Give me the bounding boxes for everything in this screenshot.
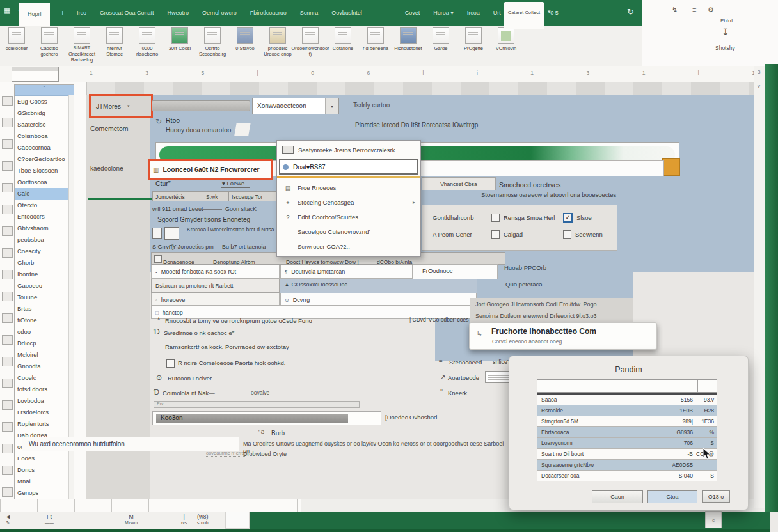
status-item[interactable]: M Mzwm	[125, 513, 138, 525]
gray-filled-input[interactable]: Koo3on	[152, 411, 381, 425]
option-value-link[interactable]: oovalve	[251, 389, 269, 396]
table-row-cell[interactable]: FrOodnooc	[413, 264, 498, 279]
ribbon-tab[interactable]: Fbirotlcoacruo	[249, 0, 288, 26]
checkbox-icon[interactable]: ✓	[491, 230, 500, 239]
sidebar-item[interactable]: fiOtone	[15, 315, 74, 326]
sidebar-item[interactable]: Lrsdoelorcs	[15, 407, 74, 418]
sidebar-item[interactable]: Ibordne	[15, 269, 74, 280]
name-combobox[interactable]: Xonwvaoeetcoon ▾	[252, 98, 339, 114]
table-row-cell[interactable]: •Mooetd fonbotca Ka soox rOt	[151, 265, 280, 279]
toolbar-button[interactable]: 0 Stavoo	[231, 27, 259, 63]
column-letter[interactable]: l	[698, 70, 699, 76]
sidebar-item[interactable]: Mcloirel	[15, 349, 74, 361]
sidebar-item[interactable]: Gnoodta	[15, 361, 74, 372]
sidebar-item[interactable]: Touune	[15, 292, 74, 303]
sidebar-item[interactable]: Mnai	[15, 476, 74, 487]
sidebar-item[interactable]: C?oerGecloartloo	[15, 153, 74, 165]
sidebar-item[interactable]: totsd doors	[15, 384, 74, 395]
selection-handle[interactable]	[662, 158, 680, 176]
floating-document-tab[interactable]: Cataret Coftect	[504, 2, 544, 29]
dialog-table-row[interactable]: Squraaoeme grtcNbw AE0DS5	[537, 460, 717, 471]
dialog-button[interactable]: O18 o	[702, 490, 730, 503]
checkbox-option[interactable]: ✓ Slsoe	[563, 213, 624, 223]
toolbar-button[interactable]: Coratlone	[329, 27, 357, 63]
mini-table-col1[interactable]: Jomoertécis	[152, 191, 203, 201]
toolbar-button[interactable]: hrenrvr Stomec	[100, 27, 129, 63]
sidebar-item[interactable]: Gbtvshaom	[15, 223, 74, 234]
menu-search-input[interactable]	[292, 163, 415, 171]
print-label[interactable]: Pbtrrl	[720, 18, 733, 24]
ribbon-tab[interactable]: Crosocat Ooa Conatt	[99, 0, 155, 26]
grid-icon[interactable]: ▦	[4, 6, 10, 15]
ribbon-tab[interactable]: Huroa ▾	[432, 0, 455, 26]
ribbon-tab[interactable]: I	[61, 0, 65, 26]
toolbar-button[interactable]: Caoctbo gochero	[35, 27, 63, 63]
form-checkbox-small[interactable]	[152, 228, 162, 239]
dialog-table-row[interactable]: Docacrsecr ooa S 040 S	[537, 471, 717, 481]
checkbox-option[interactable]: ✓ Rensga Smoa Herl	[491, 213, 563, 223]
menu-item[interactable]: Scrwrocer COA?2..	[277, 239, 420, 254]
dialog-table-row[interactable]: Ebrtaooaca G8936 %	[537, 427, 717, 438]
checkbox-option[interactable]: ✓ A Peom Cener	[433, 230, 491, 239]
toolbar-button[interactable]: Garde	[427, 27, 455, 63]
column-letter[interactable]: 0	[311, 70, 314, 76]
dialog-table-row[interactable]: Loarvyonomi 706 S	[537, 438, 717, 449]
sidebar-item[interactable]: Lovbodoa	[15, 395, 74, 407]
dialog-button[interactable]: Caon	[592, 490, 643, 503]
sidebar-item[interactable]: Calc	[15, 188, 74, 199]
ribbon-tab[interactable]: Hoprl	[19, 3, 50, 26]
sidebar-item[interactable]: Ddiocp	[15, 338, 74, 349]
dialog-table-row[interactable]: Saaoa 5156 93.v	[537, 395, 717, 405]
toolbar-button[interactable]: Ordoelriowcndoor t)	[296, 27, 324, 63]
menu-icon[interactable]: ≡	[692, 6, 696, 13]
checkbox-option[interactable]: ✓ Calgad	[491, 230, 563, 239]
dialog-button[interactable]: Ctoa	[647, 490, 697, 503]
toolbar-button[interactable]: r d beneeria	[361, 27, 390, 63]
column-letter[interactable]: 5	[201, 70, 204, 76]
sidebar-item[interactable]: Oterxto	[15, 199, 74, 211]
name-box[interactable]	[12, 66, 59, 82]
option-checkbox[interactable]	[166, 359, 175, 368]
ribbon-tab[interactable]: Oovbuslntel	[330, 0, 363, 26]
menu-item[interactable]: ? Edbt Coorbco/Sciurtes	[277, 210, 420, 224]
toolbar-button[interactable]: ocieloorler	[3, 27, 31, 63]
dialog-table-row[interactable]: Soart no Dil boort -B COQ@	[537, 449, 717, 460]
sidebar-item[interactable]: Doncs	[15, 464, 74, 476]
context-menu-header[interactable]: Seatynroeke Jreros Berroovcralesrk.	[277, 141, 420, 159]
sidebar-item[interactable]: GSicbnidg	[15, 107, 74, 119]
toolbar-button[interactable]: BIMART Onceiktrecet Rarbaelog	[68, 27, 96, 63]
sidebar-item[interactable]: Brtas	[15, 303, 74, 315]
column-letter[interactable]: 1	[642, 70, 646, 76]
combobox-dropdown-button[interactable]: ▾	[325, 98, 338, 114]
sidebar-item[interactable]: Eooes	[15, 453, 74, 464]
table-row-cell[interactable]: ⊙Dcvrrg	[280, 293, 477, 306]
thin-progress-bar[interactable]: Erv	[154, 401, 360, 408]
sidebar-item[interactable]: Colisnbooa	[15, 130, 74, 142]
highlighted-filter-box[interactable]: JTMores ▾	[89, 94, 153, 118]
pane-tab[interactable]: Vhancset Cbsa	[422, 177, 496, 190]
sidebar-item[interactable]: Saatercisc	[15, 119, 74, 130]
sidebar-item[interactable]: Entooocrs	[15, 211, 74, 223]
dialog-table-row[interactable]: Rsroolde 1E0B H28	[537, 405, 717, 416]
bottom-left-field[interactable]: Wu axd oceneoromoa hutdutfolon	[22, 437, 239, 451]
checkbox-option[interactable]: ✓ Seewrenn	[563, 230, 624, 239]
column-letter[interactable]: |	[257, 70, 258, 76]
sidebar-item[interactable]: Ghorb	[15, 257, 74, 269]
share-label[interactable]: Shotshy	[715, 45, 735, 51]
status-item[interactable]: (w8) < ooh	[197, 513, 209, 525]
toolbar-button[interactable]: VCrnlovin	[492, 27, 520, 63]
header-checkbox[interactable]	[154, 255, 162, 263]
listbox-scroll-up[interactable]: ˆ	[15, 85, 74, 96]
vertical-scrollbar[interactable]: 3 ṿ	[754, 66, 765, 508]
table-row-cell[interactable]: ¶Doutrvcia Dmctarcan	[280, 265, 413, 279]
toolbar-button[interactable]: 30rr Coosl	[166, 27, 194, 63]
sidebar-item[interactable]: peobsboa	[15, 234, 74, 246]
checkbox-icon[interactable]: ✓	[563, 230, 571, 239]
toolbar-button[interactable]: Ocrtrto Scooenbc.rg	[198, 27, 226, 63]
toolbar-button[interactable]: Plcnoustonet	[394, 27, 422, 63]
column-letter[interactable]: 1	[530, 70, 534, 76]
menu-item[interactable]: Sacoelgoo Cutenovrovznd'	[277, 224, 420, 239]
column-letter[interactable]: i	[477, 70, 478, 76]
settings-icon[interactable]: ⚙	[708, 6, 714, 14]
menu-item[interactable]: ▤ Froe Rnoeoes	[277, 180, 420, 195]
